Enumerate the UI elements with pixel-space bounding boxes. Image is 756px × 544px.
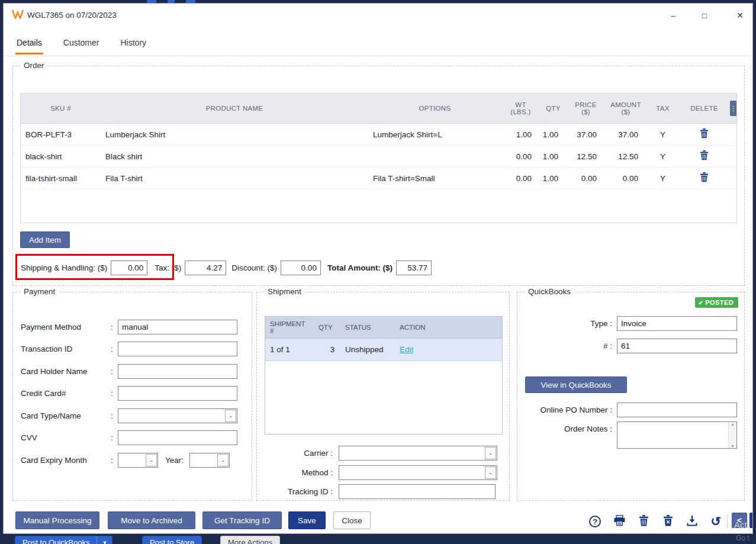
tab-history[interactable]: History xyxy=(119,34,147,54)
print-button[interactable] xyxy=(610,514,628,529)
cell-options xyxy=(368,146,501,168)
col-weight: WT (LBS.) xyxy=(501,94,540,124)
carrier-row: Carrier : ⌄ xyxy=(257,445,497,461)
field-label: Card Type/Name xyxy=(21,411,111,420)
move-to-archived-button[interactable]: Move to Archived xyxy=(108,511,195,529)
qb-type-input[interactable] xyxy=(617,316,737,331)
posted-status-badge: ✔ POSTED xyxy=(695,297,738,308)
cell-shipment: 1 of 1 xyxy=(265,338,314,360)
cell-ship-qty: 3 xyxy=(314,338,340,360)
col-delete: DELETE xyxy=(679,94,729,124)
colon: : xyxy=(111,345,118,353)
chevron-down-icon: ⌄ xyxy=(485,466,496,479)
post-to-quickbooks-button[interactable]: Post to QuickBooks ▼ xyxy=(15,536,112,544)
online-po-label: Online PO Number : xyxy=(517,403,612,414)
shipment-row: 1 of 1 3 Unshipped Edit xyxy=(265,338,503,360)
download-button[interactable] xyxy=(683,514,701,529)
expiry-year-select[interactable]: ⌄ xyxy=(189,453,230,468)
maximize-button[interactable]: □ xyxy=(695,8,714,22)
tab-details[interactable]: Details xyxy=(15,34,43,54)
cell-options: Fila T-shirt=Small xyxy=(368,168,501,189)
get-tracking-id-button[interactable]: Get Tracking ID xyxy=(202,511,282,529)
post-to-store-button[interactable]: Post to Store xyxy=(142,536,202,544)
field-label: Card Holder Name xyxy=(21,367,111,376)
type-label: Type : xyxy=(517,316,612,328)
edit-shipment-link[interactable]: Edit xyxy=(400,345,413,354)
col-ship-qty: QTY xyxy=(314,317,340,338)
method-row: Method : ⌄ xyxy=(257,465,497,480)
table-row: fila-tshirt-small Fila T-shirt Fila T-sh… xyxy=(21,168,737,189)
scrollbar[interactable]: ▲ ▼ xyxy=(728,422,736,448)
tab-customer[interactable]: Customer xyxy=(62,34,101,54)
credit-card-input[interactable] xyxy=(118,386,237,401)
payment-method-input[interactable] xyxy=(118,320,237,334)
shipping-label: Shipping & Handling: ($) xyxy=(21,263,107,272)
field-label: Payment Method xyxy=(21,323,111,331)
online-po-input[interactable] xyxy=(617,403,737,417)
order-notes-textarea[interactable] xyxy=(617,421,737,449)
transaction-id-input[interactable] xyxy=(118,342,237,356)
shipment-table: SHIPMENT # QTY STATUS ACTION 1 of 1 3 Un… xyxy=(265,316,503,434)
card-type-select[interactable]: ⌄ xyxy=(118,408,237,423)
more-actions-button[interactable]: More Actions xyxy=(220,536,280,544)
trash-icon xyxy=(700,131,709,140)
cell-wt: 0.00 xyxy=(501,168,540,189)
discount-input[interactable] xyxy=(281,260,321,275)
col-action: ACTION xyxy=(395,317,503,338)
shipment-section: Shipment SHIPMENT # QTY STATUS ACTION xyxy=(256,292,510,501)
scroll-down-icon[interactable]: ▼ xyxy=(731,444,735,448)
help-button[interactable]: ? xyxy=(586,514,604,529)
manual-processing-button[interactable]: Manual Processing xyxy=(15,511,99,529)
column-settings-icon[interactable]: ⋮ xyxy=(730,101,737,116)
cell-tax: Y xyxy=(646,168,679,189)
footer-divider xyxy=(727,515,728,528)
year-label: Year: xyxy=(165,456,184,465)
order-section: Order SKU # PRODUCT NAME OPTIONS WT (LBS… xyxy=(12,66,745,286)
cell-amount: 0.00 xyxy=(605,168,646,189)
carrier-select[interactable]: ⌄ xyxy=(339,446,497,461)
card-holder-name-input[interactable] xyxy=(118,364,237,379)
tracking-id-input[interactable] xyxy=(339,484,496,499)
delete-row-button[interactable] xyxy=(679,124,729,146)
delete-row-button[interactable] xyxy=(679,168,729,189)
scroll-up-icon[interactable]: ▲ xyxy=(731,422,735,426)
shipping-input[interactable] xyxy=(111,260,147,275)
tax-input[interactable] xyxy=(185,260,226,275)
discount-label: Discount: ($) xyxy=(231,263,277,272)
title-bar[interactable]: WGL7365 on 07/20/2023 – □ ✕ xyxy=(4,4,752,27)
qb-type-row: Type : xyxy=(517,316,737,331)
window-title: WGL7365 on 07/20/2023 xyxy=(27,11,117,20)
payment-legend: Payment xyxy=(20,287,59,296)
minimize-button[interactable]: – xyxy=(664,8,683,22)
col-tax: TAX xyxy=(646,94,679,124)
delete-cancel-button[interactable] xyxy=(659,514,677,529)
cvv-input[interactable] xyxy=(118,430,237,445)
delete-row-button[interactable] xyxy=(679,146,729,168)
delete-order-button[interactable] xyxy=(635,514,652,529)
total-amount-input[interactable] xyxy=(396,260,432,275)
close-button[interactable]: ✕ xyxy=(731,8,749,22)
expiry-month-select[interactable]: ⌄ xyxy=(118,453,158,468)
save-button[interactable]: Save xyxy=(288,511,326,529)
colon: : xyxy=(111,389,118,398)
cell-price: 37.00 xyxy=(567,124,605,146)
previous-order-button[interactable]: < xyxy=(732,513,747,528)
chevron-down-icon: ⌄ xyxy=(217,454,229,466)
credit-card-row: Credit Card# : xyxy=(21,385,237,401)
refresh-button[interactable]: ↺ xyxy=(707,514,725,529)
view-in-quickbooks-button[interactable]: View in QuickBooks xyxy=(525,376,627,393)
close-order-button[interactable]: Close xyxy=(333,511,371,529)
order-notes-label: Order Notes : xyxy=(517,421,612,433)
total-amount-label: Total Amount: ($) xyxy=(327,263,393,272)
shipping-method-select[interactable]: ⌄ xyxy=(339,465,497,480)
qb-number-input[interactable] xyxy=(617,339,737,353)
next-order-button[interactable]: > xyxy=(749,513,753,528)
dropdown-caret-icon[interactable]: ▼ xyxy=(97,536,112,544)
cell-product: Black shirt xyxy=(101,146,368,168)
field-label: Card Expiry Month xyxy=(21,456,111,465)
tab-bar: Details Customer History xyxy=(15,34,166,54)
add-item-button[interactable]: Add Item xyxy=(20,231,70,248)
card-type-row: Card Type/Name : ⌄ xyxy=(21,408,237,423)
field-label: Credit Card# xyxy=(21,389,111,398)
colon: : xyxy=(111,456,118,465)
